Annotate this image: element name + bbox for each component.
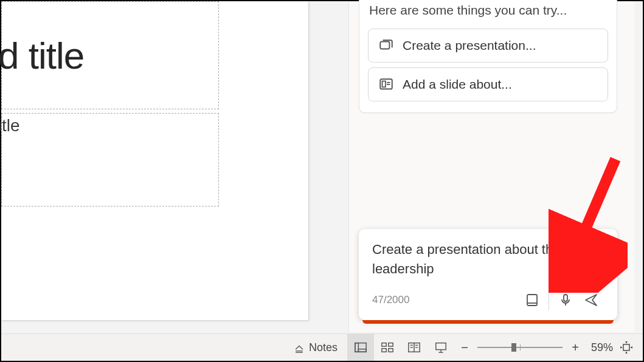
- grid-icon: [381, 341, 394, 353]
- voice-input-button[interactable]: [553, 287, 578, 313]
- microphone-icon: [558, 293, 573, 307]
- svg-rect-7: [564, 295, 567, 301]
- suggestion-add-slide[interactable]: Add a slide about...: [368, 67, 608, 101]
- copilot-prompt-input[interactable]: Create a presentation about thought lead…: [372, 240, 604, 279]
- slide-layout-icon: [378, 77, 394, 92]
- svg-rect-13: [355, 343, 359, 352]
- copilot-header: Here are some things you can try...: [368, 1, 608, 24]
- zoom-out-button[interactable]: −: [458, 341, 471, 354]
- title-text: d title: [0, 34, 84, 77]
- reading-view-button[interactable]: [401, 334, 428, 361]
- suggestion-label: Create a presentation...: [403, 38, 536, 53]
- suggestion-label: Add a slide about...: [403, 77, 512, 92]
- svg-rect-14: [358, 349, 366, 352]
- svg-rect-28: [623, 344, 629, 350]
- subtitle-placeholder[interactable]: title: [1, 113, 219, 207]
- fit-to-window-button[interactable]: [616, 334, 637, 361]
- copilot-prompt-box: Create a presentation about thought lead…: [359, 229, 617, 320]
- divider: [549, 290, 549, 310]
- copilot-pane: Here are some things you can try... Crea…: [348, 1, 634, 332]
- svg-rect-15: [382, 343, 386, 347]
- status-bar: Notes: [1, 333, 643, 361]
- suggestion-create-presentation[interactable]: Create a presentation...: [368, 29, 608, 63]
- slideshow-button[interactable]: [428, 334, 454, 361]
- notes-button[interactable]: Notes: [283, 334, 347, 361]
- svg-rect-12: [355, 343, 366, 352]
- svg-rect-25: [436, 343, 446, 350]
- fit-icon: [619, 340, 634, 355]
- accent-bar: [362, 320, 614, 324]
- normal-view-icon: [354, 341, 367, 353]
- slide-canvas[interactable]: d title title: [1, 1, 308, 320]
- copilot-suggestions-card: Here are some things you can try... Crea…: [359, 0, 617, 113]
- prompt-guide-button[interactable]: [519, 287, 545, 313]
- subtitle-text: title: [0, 114, 218, 135]
- slide-sorter-button[interactable]: [374, 334, 401, 361]
- zoom-in-button[interactable]: +: [569, 341, 582, 354]
- reading-icon: [407, 341, 421, 353]
- zoom-level[interactable]: 59%: [588, 341, 616, 354]
- book-icon: [525, 293, 539, 307]
- slideshow-icon: [434, 341, 448, 353]
- notes-label: Notes: [309, 341, 338, 354]
- char-counter: 47/2000: [372, 294, 519, 306]
- slide-editor: d title title: [1, 1, 330, 333]
- zoom-slider[interactable]: [477, 341, 563, 353]
- svg-rect-18: [389, 349, 393, 352]
- send-icon: [584, 293, 598, 307]
- slides-stack-icon: [378, 38, 394, 53]
- send-button[interactable]: [578, 287, 604, 313]
- title-placeholder[interactable]: d title: [1, 1, 219, 109]
- svg-rect-5: [527, 295, 537, 306]
- svg-rect-2: [383, 81, 386, 87]
- svg-rect-0: [380, 42, 389, 49]
- svg-rect-16: [389, 343, 393, 347]
- normal-view-button[interactable]: [347, 334, 374, 361]
- notes-icon: [293, 341, 305, 353]
- svg-rect-17: [382, 349, 386, 352]
- zoom-control: − + 59%: [458, 341, 616, 354]
